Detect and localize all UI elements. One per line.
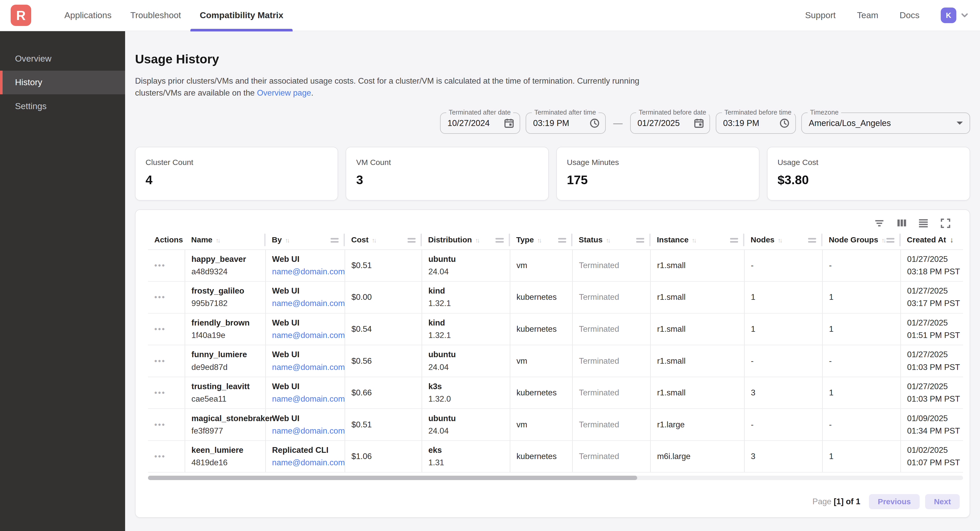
overview-page-link[interactable]: Overview page [257,88,311,97]
ellipsis-icon[interactable]: ••• [154,293,165,302]
sidebar-item-settings[interactable]: Settings [0,94,125,118]
columns-icon[interactable] [897,218,907,228]
column-header-node-groups[interactable]: Node Groups↑↓ [822,230,900,249]
created-time: 01:07 PM PST [907,457,963,469]
secondary-nav: Support Team Docs K [805,8,980,23]
nav-item-applications[interactable]: Applications [55,0,121,31]
density-icon[interactable] [918,218,929,228]
created-date: 01/09/2025 [907,412,963,425]
row-actions-cell[interactable]: ••• [148,377,185,409]
column-menu-icon[interactable] [331,238,339,239]
previous-page-button[interactable]: Previous [869,494,920,509]
row-actions-cell[interactable]: ••• [148,345,185,377]
avatar: K [941,8,956,23]
range-separator: — [611,118,624,128]
column-header-by[interactable]: By↑↓ [266,230,345,249]
column-menu-icon[interactable] [730,238,738,239]
row-actions-cell[interactable]: ••• [148,409,185,441]
nav-link-docs[interactable]: Docs [900,10,920,20]
sidebar-item-history[interactable]: History [0,71,125,94]
terminated-before-time-input[interactable]: Terminated before time 03:19 PM [716,113,796,134]
horizontal-scrollbar-track[interactable] [148,476,963,480]
by-cell: Web UIname@domain.com [266,313,345,345]
created-time: 01:03 PM PST [907,393,963,405]
column-header-distribution[interactable]: Distribution↑↓ [422,230,510,249]
ellipsis-icon[interactable]: ••• [154,420,165,429]
clock-icon[interactable] [780,118,789,128]
column-header-name[interactable]: Name↑↓ [185,230,266,249]
cost-cell: $0.00 [345,281,422,313]
column-menu-icon[interactable] [636,238,644,239]
name-cell: keen_lumiere4819de16 [185,441,266,472]
table-row: ••• trusting_leavittcae5ea11 Web UIname@… [148,377,963,409]
sort-icon[interactable]: ↑↓ [216,237,219,244]
email-link[interactable]: name@domain.com [272,297,345,310]
email-link[interactable]: name@domain.com [272,457,345,469]
ellipsis-icon[interactable]: ••• [154,452,165,461]
calendar-icon[interactable] [694,118,704,128]
column-header-instance[interactable]: Instance↑↓ [651,230,745,249]
cost-cell: $0.51 [345,250,422,282]
column-menu-icon[interactable] [558,238,566,239]
email-link[interactable]: name@domain.com [272,425,345,437]
instance-cell: m6i.large [651,441,745,472]
row-actions-cell[interactable]: ••• [148,441,185,472]
clock-icon[interactable] [590,118,600,128]
sort-icon[interactable]: ↑↓ [537,237,541,244]
column-menu-icon[interactable] [886,238,894,239]
name-cell: friendly_brown1f40a19e [185,313,266,345]
replicated-logo[interactable]: R [11,5,31,26]
nav-link-team[interactable]: Team [857,10,878,20]
terminated-after-date-input[interactable]: Terminated after date 10/27/2024 [440,113,520,134]
ellipsis-icon[interactable]: ••• [154,388,165,397]
email-link[interactable]: name@domain.com [272,393,345,405]
sort-desc-icon[interactable]: ↓ [950,236,953,244]
created-time: 01:51 PM PST [907,329,963,342]
terminated-after-time-input[interactable]: Terminated after time 03:19 PM [526,113,606,134]
email-link[interactable]: name@domain.com [272,329,345,342]
nav-item-compatibility-matrix[interactable]: Compatibility Matrix [190,0,293,31]
fullscreen-icon[interactable] [940,218,951,228]
email-link[interactable]: name@domain.com [272,265,345,278]
sort-icon[interactable]: ↑↓ [372,237,375,244]
email-link[interactable]: name@domain.com [272,361,345,374]
terminated-before-date-input[interactable]: Terminated before date 01/27/2025 [630,113,710,134]
page-indicator: Page [1] of 1 [813,497,861,506]
ellipsis-icon[interactable]: ••• [154,325,165,334]
sidebar-item-overview[interactable]: Overview [0,47,125,70]
nav-link-support[interactable]: Support [805,10,836,20]
column-header-type[interactable]: Type↑↓ [510,230,573,249]
calendar-icon[interactable] [504,118,514,128]
account-menu-button[interactable]: K [941,8,969,23]
sort-icon[interactable]: ↑↓ [692,237,695,244]
next-page-button[interactable]: Next [925,494,959,509]
row-actions-cell[interactable]: ••• [148,250,185,282]
column-menu-icon[interactable] [407,238,415,239]
column-menu-icon[interactable] [495,238,504,239]
column-label: Type [516,235,534,244]
ellipsis-icon[interactable]: ••• [154,357,165,366]
horizontal-scrollbar-thumb[interactable] [148,476,637,480]
column-label: By [272,235,282,244]
sort-icon[interactable]: ↑↓ [881,237,885,244]
ellipsis-icon[interactable]: ••• [154,261,165,270]
timezone-select[interactable]: Timezone America/Los_Angeles [801,113,970,134]
sort-icon[interactable]: ↑↓ [285,237,288,244]
column-menu-icon[interactable] [808,238,816,239]
column-header-created-at[interactable]: Created At↓ [900,230,963,249]
distribution-version: 1.32.1 [428,297,510,310]
cost-cell: $0.51 [345,409,422,441]
sort-icon[interactable]: ↑↓ [606,237,609,244]
filter-icon[interactable] [875,218,885,228]
instance-cell: r1.small [651,377,745,409]
nav-item-troubleshoot[interactable]: Troubleshoot [121,0,190,31]
sort-icon[interactable]: ↑↓ [778,237,781,244]
nodes-cell: 1 [745,313,822,345]
column-header-nodes[interactable]: Nodes↑↓ [745,230,822,249]
row-actions-cell[interactable]: ••• [148,281,185,313]
row-actions-cell[interactable]: ••• [148,313,185,345]
sort-icon[interactable]: ↑↓ [475,237,479,244]
column-header-status[interactable]: Status↑↓ [573,230,651,249]
column-header-cost[interactable]: Cost↑↓ [345,230,422,249]
node-groups-cell: - [822,250,900,282]
